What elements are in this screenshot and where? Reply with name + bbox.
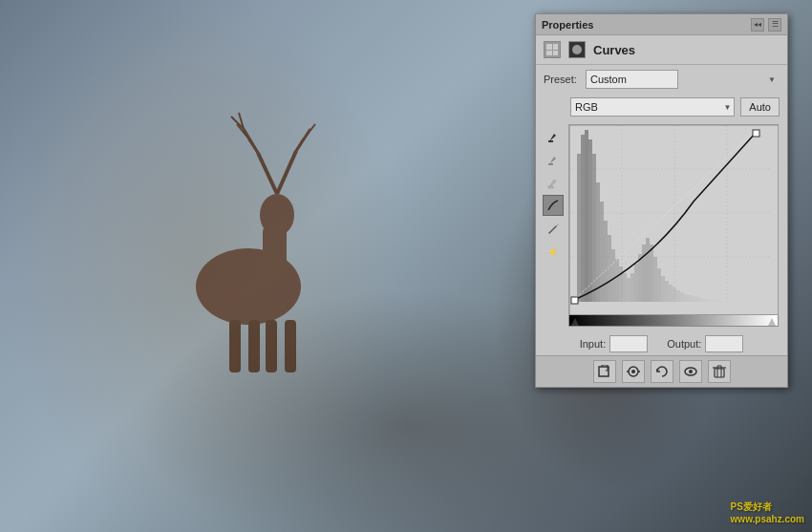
svg-rect-42 bbox=[634, 264, 638, 302]
svg-rect-59 bbox=[699, 298, 703, 302]
rgb-auto-row: RGB Red Green Blue Auto bbox=[536, 94, 787, 120]
output-value-field[interactable] bbox=[705, 335, 743, 352]
svg-point-75 bbox=[689, 370, 693, 373]
svg-rect-47 bbox=[653, 257, 657, 302]
eyedropper-white-tool[interactable] bbox=[543, 172, 564, 193]
properties-panel: Properties ◂◂ ☰ Curves Preset: Custom De… bbox=[535, 13, 788, 388]
delete-button[interactable] bbox=[708, 360, 731, 383]
deer-silhouette bbox=[153, 76, 344, 382]
title-controls: ◂◂ ☰ bbox=[751, 18, 781, 32]
svg-rect-52 bbox=[673, 287, 676, 302]
svg-rect-16 bbox=[285, 320, 296, 372]
watermark-line2: www.psahz.com bbox=[731, 514, 804, 524]
svg-rect-39 bbox=[623, 273, 627, 302]
svg-point-2 bbox=[260, 194, 294, 236]
panel-titlebar: Properties ◂◂ ☰ bbox=[536, 14, 787, 35]
preset-select[interactable]: Custom Default Strong Contrast Increase … bbox=[586, 70, 678, 89]
bottom-toolbar bbox=[536, 355, 787, 387]
svg-point-71 bbox=[631, 370, 635, 373]
visibility-button[interactable] bbox=[679, 360, 702, 383]
curves-header: Curves bbox=[536, 35, 787, 65]
svg-rect-31 bbox=[592, 154, 596, 302]
svg-rect-67 bbox=[753, 130, 759, 137]
curves-main-area: ⚡ bbox=[536, 120, 787, 332]
svg-rect-40 bbox=[627, 278, 630, 302]
svg-rect-28 bbox=[581, 135, 585, 302]
svg-rect-64 bbox=[718, 301, 722, 302]
svg-rect-17 bbox=[548, 140, 553, 142]
svg-rect-15 bbox=[266, 320, 277, 372]
svg-rect-19 bbox=[548, 186, 553, 188]
svg-rect-30 bbox=[588, 139, 592, 302]
svg-rect-48 bbox=[657, 268, 661, 302]
highlight-point[interactable] bbox=[768, 318, 776, 326]
svg-rect-53 bbox=[676, 290, 680, 302]
reset-button[interactable] bbox=[651, 360, 673, 383]
input-field-group: Input: bbox=[580, 335, 649, 352]
svg-line-9 bbox=[296, 138, 304, 151]
svg-rect-58 bbox=[695, 297, 699, 302]
svg-rect-49 bbox=[661, 276, 665, 302]
preset-dropdown-wrapper: Custom Default Strong Contrast Increase … bbox=[586, 70, 780, 89]
svg-rect-38 bbox=[619, 266, 623, 302]
svg-rect-60 bbox=[703, 299, 707, 302]
tools-column: ⚡ bbox=[542, 124, 565, 329]
svg-text:⚡: ⚡ bbox=[547, 246, 559, 258]
bottom-gradient-bar bbox=[568, 315, 779, 327]
output-label: Output: bbox=[667, 338, 701, 350]
shadow-point[interactable] bbox=[571, 318, 579, 326]
curves-label: Curves bbox=[593, 43, 635, 57]
svg-rect-50 bbox=[665, 281, 669, 302]
svg-rect-13 bbox=[229, 320, 241, 372]
svg-rect-66 bbox=[571, 297, 578, 304]
svg-rect-18 bbox=[548, 163, 553, 165]
preset-label: Preset: bbox=[544, 74, 580, 85]
curve-graph[interactable] bbox=[568, 124, 779, 327]
pencil-draw-tool[interactable] bbox=[543, 218, 564, 239]
output-field-group: Output: bbox=[667, 335, 743, 352]
svg-line-10 bbox=[304, 124, 315, 138]
svg-rect-65 bbox=[722, 301, 726, 302]
svg-rect-29 bbox=[585, 130, 588, 302]
svg-rect-14 bbox=[248, 320, 260, 372]
svg-rect-61 bbox=[707, 299, 711, 302]
svg-line-3 bbox=[258, 153, 277, 194]
channel-select[interactable]: RGB Red Green Blue bbox=[570, 97, 735, 117]
svg-rect-46 bbox=[650, 245, 653, 302]
svg-rect-62 bbox=[711, 300, 715, 302]
panel-title: Properties bbox=[542, 19, 593, 31]
curve-point-tool[interactable] bbox=[543, 195, 564, 216]
svg-rect-45 bbox=[646, 238, 650, 302]
svg-rect-54 bbox=[680, 292, 684, 302]
svg-rect-56 bbox=[688, 295, 692, 302]
svg-rect-55 bbox=[684, 294, 688, 302]
svg-line-5 bbox=[248, 138, 258, 153]
input-value-field[interactable] bbox=[609, 335, 648, 352]
adjustment-type-grid-icon bbox=[544, 41, 561, 58]
svg-rect-34 bbox=[604, 221, 608, 302]
svg-rect-32 bbox=[596, 182, 600, 302]
curve-graph-container bbox=[568, 124, 779, 329]
clip-to-layer-button[interactable] bbox=[593, 360, 616, 383]
watermark-line1: PS爱好者 bbox=[731, 500, 804, 514]
svg-line-7 bbox=[277, 151, 296, 194]
input-output-row: Input: Output: bbox=[536, 332, 787, 355]
view-previous-button[interactable] bbox=[622, 360, 645, 383]
auto-button[interactable]: Auto bbox=[740, 97, 780, 117]
svg-rect-44 bbox=[642, 245, 646, 302]
watermark: PS爱好者 www.psahz.com bbox=[731, 500, 804, 524]
panel-collapse-btn[interactable]: ◂◂ bbox=[751, 18, 764, 32]
curves-layer-icon bbox=[568, 41, 586, 58]
eyedropper-gray-tool[interactable] bbox=[543, 149, 564, 170]
svg-rect-36 bbox=[611, 249, 615, 302]
svg-rect-41 bbox=[630, 273, 634, 302]
svg-rect-37 bbox=[615, 259, 619, 302]
svg-rect-51 bbox=[669, 285, 673, 302]
svg-rect-57 bbox=[692, 296, 695, 302]
input-label: Input: bbox=[580, 338, 607, 350]
panel-menu-btn[interactable]: ☰ bbox=[768, 18, 781, 32]
channel-select-wrapper: RGB Red Green Blue bbox=[570, 97, 735, 117]
svg-rect-63 bbox=[715, 300, 718, 302]
smooth-curve-tool[interactable]: ⚡ bbox=[543, 241, 564, 262]
eyedropper-black-tool[interactable] bbox=[543, 126, 564, 147]
